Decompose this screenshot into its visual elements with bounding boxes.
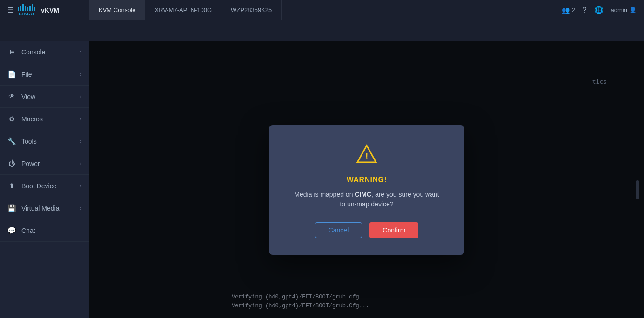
sidebar-item-file-label: File: [21, 71, 32, 78]
modal-message-bold: CIMC: [355, 191, 371, 198]
sidebar-item-power-left: ⏻ Power: [7, 159, 40, 167]
media-chevron: ›: [80, 205, 81, 212]
confirm-button[interactable]: Confirm: [369, 222, 418, 238]
help-icon[interactable]: ?: [583, 6, 587, 14]
cancel-button[interactable]: Cancel: [315, 222, 362, 238]
sidebar-item-boot-label: Boot Device: [21, 182, 56, 190]
sidebar-item-media-left: 💾 Virtual Media: [7, 204, 59, 212]
admin-label: admin: [611, 7, 627, 13]
sidebar-item-chat-left: 💬 Chat: [7, 226, 35, 235]
bar1: [18, 7, 19, 11]
console-chevron: ›: [80, 49, 81, 55]
console-icon: 🖥: [7, 48, 16, 56]
sidebar-item-chat-label: Chat: [21, 227, 35, 234]
bar5: [27, 7, 28, 11]
sidebar-item-console[interactable]: 🖥 Console ›: [0, 41, 89, 63]
hamburger-menu[interactable]: ☰: [7, 6, 14, 14]
users-icon: 👥: [562, 7, 570, 14]
cisco-bars-icon: [18, 4, 35, 11]
sidebar-item-tools-left: 🔧 Tools: [7, 137, 37, 146]
users-indicator: 👥 2: [562, 7, 575, 14]
sidebar-item-view-label: View: [21, 93, 35, 100]
modal-message-prefix: Media is mapped on: [294, 191, 355, 198]
bar4: [25, 6, 26, 11]
sidebar-item-media-label: Virtual Media: [21, 205, 59, 212]
sidebar-item-tools[interactable]: 🔧 Tools ›: [0, 130, 89, 152]
admin-menu[interactable]: admin 👤: [611, 7, 637, 13]
users-count: 2: [571, 7, 575, 13]
app-title: vKVM: [41, 7, 59, 14]
sidebar-item-view[interactable]: 👁 View ›: [0, 86, 89, 108]
header-tabs: KVM Console XRV-M7-APLN-100G WZP28359K25: [89, 0, 554, 20]
kvm-screen[interactable]: CISCO tics Verifying (hd0,gpt4)/EFI/BOOT…: [89, 41, 644, 318]
macros-chevron: ›: [80, 116, 81, 122]
power-icon: ⏻: [7, 159, 16, 167]
sidebar-item-view-left: 👁 View: [7, 93, 35, 100]
power-chevron: ›: [80, 160, 81, 167]
sidebar-item-boot-left: ⬆ Boot Device: [7, 182, 56, 190]
sidebar-item-file-left: 📄 File: [7, 70, 32, 79]
svg-text:!: !: [365, 151, 369, 161]
sidebar-item-file[interactable]: 📄 File ›: [0, 63, 89, 86]
cisco-wordmark: CISCO: [19, 12, 34, 16]
bar6: [29, 6, 31, 11]
sidebar-item-macros[interactable]: ⚙ Macros ›: [0, 108, 89, 130]
globe-icon[interactable]: 🌐: [594, 6, 604, 14]
main-layout: 🖥 Console › 📄 File › 👁 View › ⚙ Macros: [0, 20, 644, 318]
boot-chevron: ›: [80, 183, 81, 189]
view-chevron: ›: [80, 93, 81, 100]
boot-icon: ⬆: [7, 182, 16, 190]
warning-modal: ! WARNING! Media is mapped on CIMC, are …: [269, 125, 464, 255]
sidebar-item-chat[interactable]: 💬 Chat: [0, 219, 89, 242]
kvm-main: CISCO tics Verifying (hd0,gpt4)/EFI/BOOT…: [89, 41, 644, 318]
bar3: [22, 4, 24, 11]
sidebar-item-power-label: Power: [21, 160, 40, 167]
file-chevron: ›: [80, 71, 81, 78]
header-right: 👥 2 ? 🌐 admin 👤: [554, 6, 644, 14]
view-icon: 👁: [7, 93, 16, 100]
virtual-media-icon: 💾: [7, 204, 16, 212]
sidebar-item-macros-left: ⚙ Macros: [7, 115, 43, 123]
tools-icon: 🔧: [7, 137, 16, 146]
warning-triangle-icon: !: [356, 144, 378, 168]
bar2: [20, 6, 21, 11]
file-icon: 📄: [7, 70, 16, 79]
sidebar-item-power[interactable]: ⏻ Power ›: [0, 152, 89, 175]
tab-wzp[interactable]: WZP28359K25: [221, 0, 282, 20]
modal-buttons: Cancel Confirm: [315, 222, 419, 238]
sidebar: 🖥 Console › 📄 File › 👁 View › ⚙ Macros: [0, 41, 89, 318]
cisco-logo: CISCO: [18, 4, 35, 16]
tab-kvm-console[interactable]: KVM Console: [89, 0, 145, 20]
modal-overlay: ! WARNING! Media is mapped on CIMC, are …: [89, 41, 644, 318]
header: ☰ CISCO vKVM KVM Console XRV-M7-APLN-100…: [0, 0, 644, 20]
bar8: [34, 7, 35, 11]
sidebar-item-virtual-media[interactable]: 💾 Virtual Media ›: [0, 197, 89, 219]
sidebar-item-console-label: Console: [21, 48, 45, 56]
macros-icon: ⚙: [7, 115, 16, 123]
tools-chevron: ›: [80, 138, 81, 145]
logo-area: ☰ CISCO vKVM: [0, 0, 89, 20]
bar7: [32, 4, 33, 11]
sidebar-item-console-left: 🖥 Console: [7, 48, 45, 56]
sidebar-item-tools-label: Tools: [21, 138, 37, 145]
sidebar-item-boot-device[interactable]: ⬆ Boot Device ›: [0, 175, 89, 197]
tab-xrv[interactable]: XRV-M7-APLN-100G: [145, 0, 221, 20]
chat-icon: 💬: [7, 226, 16, 235]
modal-message: Media is mapped on CIMC, are you sure yo…: [291, 190, 442, 209]
modal-title: WARNING!: [347, 176, 387, 184]
admin-user-icon: 👤: [629, 7, 637, 13]
sidebar-item-macros-label: Macros: [21, 115, 43, 123]
